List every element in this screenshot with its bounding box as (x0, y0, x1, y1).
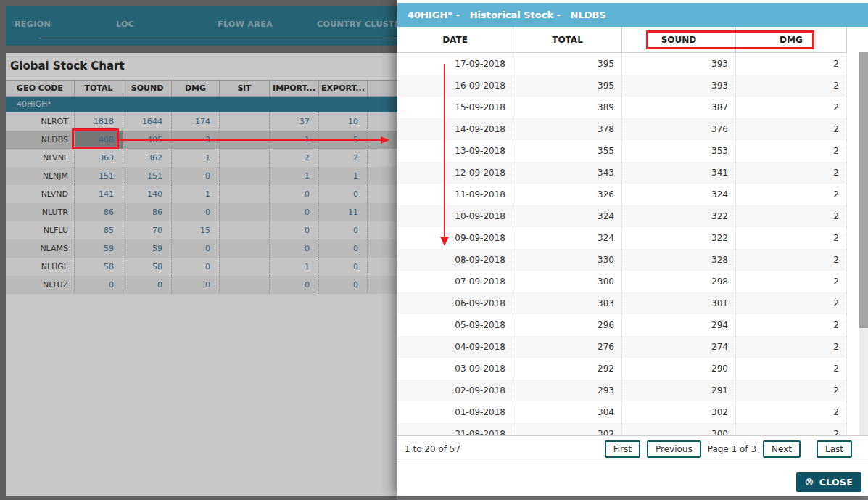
date-cell: 03-09-2018 (397, 358, 513, 380)
value-cell: 2 (736, 401, 847, 423)
value-cell: 2 (736, 358, 847, 380)
close-button-label: CLOSE (819, 477, 853, 488)
table-row: 06-09-20183033012 (397, 292, 847, 314)
column-header[interactable]: DATE (397, 27, 513, 52)
column-header[interactable]: DMG (736, 27, 847, 52)
date-cell: 04-09-2018 (397, 336, 513, 358)
table-row: 07-09-20183002982 (397, 271, 847, 292)
value-cell: 2 (736, 292, 847, 314)
value-cell: 343 (513, 162, 622, 184)
table-row: 17-09-20183953932 (397, 53, 847, 75)
value-cell: 2 (736, 227, 847, 249)
value-cell: 304 (513, 401, 622, 423)
modal-title-bar: 40HIGH* - Historical Stock - NLDBS (397, 3, 868, 27)
value-cell: 2 (736, 97, 847, 118)
value-cell: 393 (622, 53, 736, 75)
value-cell: 2 (736, 205, 847, 227)
table-row: 03-09-20182922902 (397, 358, 847, 380)
modal-backdrop[interactable] (0, 0, 397, 500)
value-cell: 2 (736, 423, 847, 435)
value-cell: 300 (622, 423, 736, 435)
date-cell: 09-09-2018 (397, 227, 513, 249)
table-row: 04-09-20182762742 (397, 336, 847, 358)
value-cell: 2 (736, 75, 847, 97)
value-cell: 293 (513, 380, 622, 401)
value-cell: 376 (622, 118, 736, 140)
date-cell: 15-09-2018 (397, 97, 513, 118)
value-cell: 296 (513, 314, 622, 336)
value-cell: 2 (736, 336, 847, 358)
date-cell: 12-09-2018 (397, 162, 513, 184)
value-cell: 302 (513, 423, 622, 435)
column-header[interactable]: SOUND (622, 27, 736, 52)
previous-page-button[interactable]: Previous (647, 440, 701, 458)
value-cell: 290 (622, 358, 736, 380)
value-cell: 2 (736, 53, 847, 75)
date-cell: 14-09-2018 (397, 118, 513, 140)
date-cell: 11-09-2018 (397, 184, 513, 205)
modal-scrollbar-thumb[interactable] (859, 52, 868, 328)
value-cell: 341 (622, 162, 736, 184)
pagination-controls: First Previous Page 1 of 3 Next Last (605, 440, 852, 458)
value-cell: 393 (622, 75, 736, 97)
table-row: 13-09-20183553532 (397, 140, 847, 162)
value-cell: 291 (622, 380, 736, 401)
value-cell: 389 (513, 97, 622, 118)
value-cell: 2 (736, 184, 847, 205)
table-row: 02-09-20182932912 (397, 380, 847, 401)
value-cell: 324 (622, 184, 736, 205)
value-cell: 2 (736, 140, 847, 162)
value-cell: 274 (622, 336, 736, 358)
value-cell: 387 (622, 97, 736, 118)
date-cell: 08-09-2018 (397, 249, 513, 271)
date-cell: 01-09-2018 (397, 401, 513, 423)
value-cell: 302 (622, 401, 736, 423)
date-cell: 02-09-2018 (397, 380, 513, 401)
date-cell: 05-09-2018 (397, 314, 513, 336)
value-cell: 294 (622, 314, 736, 336)
page-indicator: Page 1 of 3 (708, 444, 756, 454)
last-page-button[interactable]: Last (817, 440, 852, 458)
modal-table-body: 17-09-2018395393216-09-2018395393215-09-… (397, 53, 847, 435)
modal-title: 40HIGH* - Historical Stock - NLDBS (397, 3, 868, 27)
pagination-bar: 1 to 20 of 57 First Previous Page 1 of 3… (397, 435, 868, 462)
table-row: 11-09-20183263242 (397, 184, 847, 205)
table-row: 08-09-20183303282 (397, 249, 847, 271)
date-cell: 13-09-2018 (397, 140, 513, 162)
table-row: 16-09-20183953932 (397, 75, 847, 97)
modal-scrollbar-track[interactable] (859, 52, 868, 435)
value-cell: 292 (513, 358, 622, 380)
historical-stock-modal: 40HIGH* - Historical Stock - NLDBS DATET… (397, 0, 868, 496)
table-row: 01-09-20183043022 (397, 401, 847, 423)
value-cell: 2 (736, 118, 847, 140)
value-cell: 301 (622, 292, 736, 314)
value-cell: 355 (513, 140, 622, 162)
pagination-summary: 1 to 20 of 57 (405, 444, 460, 454)
value-cell: 298 (622, 271, 736, 292)
value-cell: 395 (513, 75, 622, 97)
value-cell: 322 (622, 227, 736, 249)
value-cell: 328 (622, 249, 736, 271)
first-page-button[interactable]: First (605, 440, 640, 458)
table-row: 31-08-20183023002 (397, 423, 847, 435)
value-cell: 395 (513, 53, 622, 75)
value-cell: 2 (736, 249, 847, 271)
column-header[interactable]: TOTAL (513, 27, 622, 52)
value-cell: 2 (736, 162, 847, 184)
value-cell: 322 (622, 205, 736, 227)
close-button[interactable]: ⊗ CLOSE (796, 472, 861, 492)
date-cell: 16-09-2018 (397, 75, 513, 97)
table-row: 10-09-20183243222 (397, 205, 847, 227)
value-cell: 378 (513, 118, 622, 140)
close-circle-icon: ⊗ (805, 477, 814, 488)
table-row: 09-09-20183243222 (397, 227, 847, 249)
table-row: 05-09-20182962942 (397, 314, 847, 336)
next-page-button[interactable]: Next (763, 440, 801, 458)
value-cell: 324 (513, 205, 622, 227)
table-row: 14-09-20183783762 (397, 118, 847, 140)
value-cell: 324 (513, 227, 622, 249)
value-cell: 276 (513, 336, 622, 358)
value-cell: 353 (622, 140, 736, 162)
value-cell: 326 (513, 184, 622, 205)
date-cell: 06-09-2018 (397, 292, 513, 314)
